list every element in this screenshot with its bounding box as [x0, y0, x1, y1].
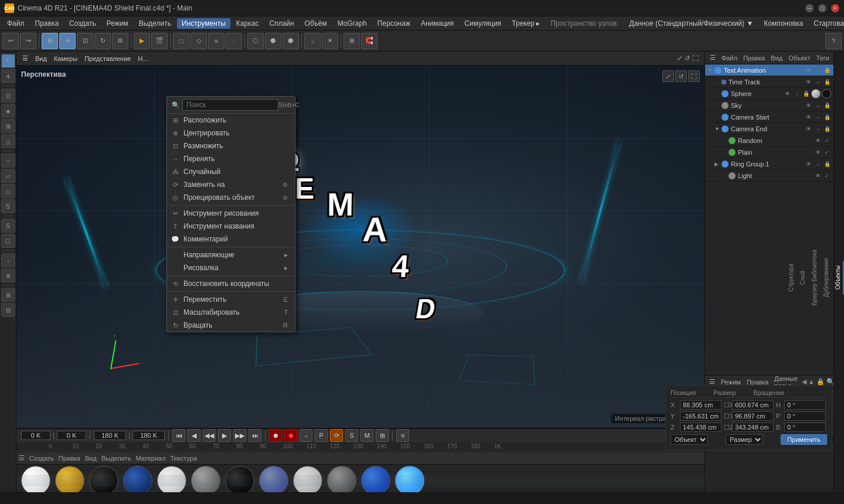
- anim-step-back[interactable]: ◀: [188, 429, 200, 442]
- snap-button[interactable]: 🧲: [361, 33, 377, 49]
- coord-x-size[interactable]: [732, 400, 774, 410]
- cm-item-rotate[interactable]: ↻ Вращать R: [167, 319, 295, 332]
- minimize-button[interactable]: ─: [805, 4, 814, 12]
- menu-file[interactable]: Файл: [2, 18, 29, 29]
- ce-vis-icon[interactable]: 👁: [804, 125, 812, 133]
- lt-tool-10[interactable]: ⬡: [1, 234, 15, 248]
- vt-view[interactable]: Вид: [33, 54, 49, 63]
- anim-key-rot-btn[interactable]: ⟳: [330, 429, 343, 442]
- cm-item-project[interactable]: ◎ Проецировать объект ⚙: [167, 191, 295, 204]
- anim-key-scl-btn[interactable]: S: [345, 429, 358, 442]
- obj-item-camera-start[interactable]: · Camera Start 👁 ⬦ 🔒: [705, 111, 833, 123]
- coord-x-rot[interactable]: [784, 400, 826, 410]
- obj-item-text-animation[interactable]: ▼ Text Animation 👁 ⬦ 🔒: [705, 64, 833, 76]
- pln-check-icon[interactable]: ✓: [823, 148, 831, 156]
- cm-item-transfer[interactable]: → Перенять: [167, 152, 295, 165]
- lt-tool-12[interactable]: ⊕: [1, 268, 15, 282]
- tt-lock-icon[interactable]: 🔒: [823, 78, 831, 86]
- menu-animation[interactable]: Анимация: [416, 18, 458, 29]
- lt-tool-3[interactable]: ⊞: [1, 119, 15, 133]
- op-tb-object[interactable]: Объект: [786, 53, 812, 63]
- cm-item-guides[interactable]: Направляющие ▸: [167, 248, 295, 261]
- obj-item-time-track[interactable]: · Time Track 👁 ⬦ 🔒: [705, 76, 833, 88]
- rg-vis-icon[interactable]: 👁: [804, 160, 812, 168]
- lt-tool-11[interactable]: ⬦: [1, 253, 15, 267]
- cs-render-icon[interactable]: ⬦: [814, 113, 822, 121]
- lt-tool-13[interactable]: ⊞: [1, 288, 15, 302]
- redo-button[interactable]: ↪: [20, 33, 36, 49]
- coord-space-select[interactable]: Объект Мир: [671, 434, 708, 445]
- ce-render-icon[interactable]: ⬦: [814, 125, 822, 133]
- apply-button[interactable]: Применить: [781, 434, 827, 445]
- cs-lock-icon[interactable]: 🔒: [823, 113, 831, 121]
- cm-item-scale[interactable]: ⊡ Масштабировать T: [167, 306, 295, 319]
- anim-current-time-input[interactable]: [57, 431, 86, 440]
- vt-extra[interactable]: Н...: [135, 54, 150, 63]
- select-tool-button[interactable]: ⊞: [42, 33, 58, 49]
- vt-cameras[interactable]: Камеры: [52, 54, 80, 63]
- lt-tool-7[interactable]: ◻: [1, 184, 15, 198]
- maximize-button[interactable]: □: [818, 4, 826, 12]
- coord-z-pos[interactable]: [680, 423, 722, 432]
- move-tool-button[interactable]: ✛: [59, 33, 76, 49]
- rnd-check-icon[interactable]: ✓: [823, 137, 831, 145]
- cm-item-drawer[interactable]: Рисовалка ▸: [167, 261, 295, 274]
- rt-tab-structure[interactable]: Структура: [786, 259, 797, 296]
- anim-end-time-input[interactable]: [94, 431, 126, 440]
- rt-tab-objects[interactable]: Объекты: [833, 261, 844, 294]
- viewport[interactable]: С Е М А 4 D Ω → ↑ Перспектива: [16, 66, 705, 428]
- anim-timeline-btn[interactable]: ≡: [396, 429, 409, 442]
- point-tool-button[interactable]: ·: [226, 33, 242, 49]
- anim-step-fwd[interactable]: ▶▶: [233, 429, 246, 442]
- menu-mograph[interactable]: MoGraph: [333, 18, 372, 29]
- sp-render-icon[interactable]: ⬦: [792, 90, 801, 98]
- anim-play-fwd[interactable]: ▶: [218, 429, 231, 442]
- tt-vis-icon[interactable]: 👁: [804, 78, 812, 86]
- cm-item-random[interactable]: ⁂ Случайный: [167, 165, 295, 178]
- lt-tool-1[interactable]: ⊡: [1, 88, 15, 103]
- coord-y-size[interactable]: [732, 411, 774, 421]
- rotate-tool-button[interactable]: ↻: [94, 33, 111, 49]
- menu-tracker[interactable]: Трекер ▸: [507, 18, 544, 29]
- vp-nav-reset-btn[interactable]: ↺: [675, 70, 687, 82]
- lt-select[interactable]: ↖: [1, 54, 15, 68]
- coord-y-rot[interactable]: [784, 411, 826, 421]
- menu-spline[interactable]: Сплайн: [264, 18, 298, 29]
- light-button[interactable]: ☀: [322, 33, 338, 49]
- anim-key-btn[interactable]: ⬦: [300, 429, 312, 442]
- rg-render-icon[interactable]: ⬦: [814, 160, 822, 168]
- op-tb-edit[interactable]: Правка: [741, 53, 767, 63]
- deformer-button[interactable]: ⬢: [265, 33, 281, 49]
- rnd-vis-icon[interactable]: 👁: [814, 137, 822, 145]
- render-settings-button[interactable]: ⚙: [112, 33, 128, 49]
- render-viewport-button[interactable]: ▶: [134, 33, 150, 49]
- coord-y-pos[interactable]: [680, 411, 722, 421]
- pln-vis-icon[interactable]: 👁: [814, 148, 822, 156]
- camera-button[interactable]: ⬦: [304, 33, 321, 49]
- anim-key-all-btn[interactable]: ⊞: [376, 429, 389, 442]
- rt-tab-layer[interactable]: Слой: [798, 266, 809, 290]
- window-controls[interactable]: ─ □ ✕: [805, 4, 839, 12]
- help-button[interactable]: ?: [825, 33, 842, 49]
- sp-lock-icon[interactable]: 🔒: [802, 90, 810, 98]
- generator-button[interactable]: ⬡: [247, 33, 264, 49]
- obj-item-camera-end[interactable]: ▼ Camera End 👁 ⬦ 🔒: [705, 123, 833, 135]
- menu-volume[interactable]: Объём: [300, 18, 332, 29]
- obj-item-plain[interactable]: · Plain 👁 ✓: [705, 147, 833, 158]
- context-search-input[interactable]: [182, 99, 278, 111]
- menu-edit[interactable]: Правка: [30, 18, 64, 29]
- menu-nodespace-value[interactable]: Данное (Стандартный/Физический) ▼: [625, 18, 758, 29]
- op-tb-file[interactable]: Файл: [719, 53, 740, 63]
- menu-startup[interactable]: Стартовая: [809, 18, 844, 29]
- sky-lock-icon[interactable]: 🔒: [823, 101, 831, 110]
- vt-nav-fullscreen[interactable]: ⛶: [692, 55, 699, 62]
- cm-item-arrange[interactable]: ⊞ Расположить: [167, 114, 295, 127]
- sky-render-icon[interactable]: ⬦: [814, 101, 822, 110]
- cm-item-move[interactable]: ✛ Переместить E: [167, 293, 295, 306]
- obj-item-ring-group[interactable]: ▶ Ring Group.1 👁 ⬦ 🔒: [705, 158, 833, 170]
- obj-item-sky[interactable]: · Sky 👁 ⬦ 🔒: [705, 100, 833, 111]
- lt-move[interactable]: ✛: [1, 69, 15, 83]
- cm-item-comment[interactable]: 💬 Комментарий: [167, 233, 295, 246]
- menu-simulation[interactable]: Симуляция: [460, 18, 506, 29]
- vp-nav-3d-btn[interactable]: ⛶: [688, 70, 700, 82]
